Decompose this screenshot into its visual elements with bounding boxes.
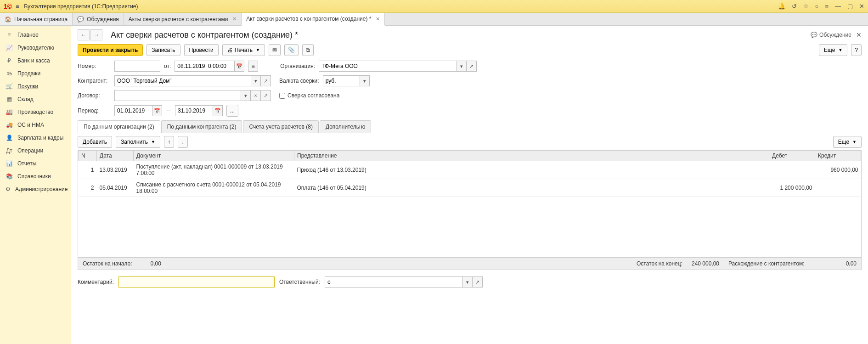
tab-close-icon[interactable]: ✕	[232, 16, 237, 22]
menu-icon: ≡	[6, 32, 13, 38]
calendar-icon[interactable]: 📅	[152, 105, 162, 116]
close-form-icon[interactable]: ✕	[856, 31, 862, 39]
post-button[interactable]: Провести	[184, 44, 219, 56]
col-doc[interactable]: Документ	[134, 151, 294, 161]
open-icon[interactable]: ↗	[467, 61, 477, 72]
balance-begin-value: 0,00	[150, 260, 161, 267]
caret-down-icon: ▼	[256, 48, 260, 52]
titlebar: 1© ≡ Бухгалтерия предприятия (1С:Предпри…	[0, 0, 868, 13]
dropdown-icon[interactable]: ▾	[251, 75, 261, 86]
comment-input[interactable]	[118, 276, 275, 288]
date-input[interactable]	[175, 61, 234, 72]
sidebar-item-os-nma[interactable]: 🚚ОС и НМА	[0, 118, 71, 131]
sidebar-label: ОС и НМА	[17, 122, 44, 128]
sverka-agreed-checkbox[interactable]	[279, 93, 285, 99]
balance-end-label: Остаток на конец:	[637, 260, 682, 267]
table-more-button[interactable]: Еще▼	[833, 136, 862, 148]
sidebar-item-purchases[interactable]: 🛒Покупки	[0, 80, 71, 93]
col-n[interactable]: N	[79, 151, 97, 161]
maximize-icon[interactable]: ▢	[847, 3, 853, 10]
org-input[interactable]	[319, 61, 457, 72]
minimize-icon[interactable]: —	[835, 3, 841, 10]
data-table[interactable]: N Дата Документ Представление Дебет Кред…	[78, 150, 862, 258]
sidebar-item-bank[interactable]: ₽Банк и касса	[0, 54, 71, 67]
discuss-label: Обсуждение	[819, 32, 851, 38]
sidebar-item-operations[interactable]: ДтОперации	[0, 144, 71, 157]
add-row-button[interactable]: Добавить	[78, 136, 112, 148]
calendar-icon[interactable]: 📅	[213, 105, 223, 116]
dropdown-icon[interactable]: ▾	[360, 75, 370, 86]
caret-down-icon: ▼	[852, 140, 857, 144]
move-down-button[interactable]: ↓	[178, 136, 188, 148]
star-icon[interactable]: ☆	[803, 3, 809, 10]
post-and-close-button[interactable]: Провести и закрыть	[78, 44, 143, 56]
attach-button[interactable]: 📎	[284, 44, 299, 56]
sidebar-item-manager[interactable]: 📈Руководителю	[0, 41, 71, 54]
sidebar-item-production[interactable]: 🏭Производство	[0, 106, 71, 118]
sidebar-item-reports[interactable]: 📊Отчеты	[0, 157, 71, 170]
dropdown-icon[interactable]: ▾	[241, 90, 251, 101]
home-icon: 🏠	[5, 16, 11, 23]
subtab-org-data[interactable]: По данным организации (2)	[78, 120, 160, 133]
tab-close-icon[interactable]: ✕	[376, 16, 380, 22]
sidebar-item-catalogs[interactable]: 📚Справочники	[0, 170, 71, 183]
print-button[interactable]: 🖨Печать▼	[222, 44, 265, 56]
sidebar-item-main[interactable]: ≡Главное	[0, 28, 71, 41]
subtab-kontragent-data[interactable]: По данным контрагента (2)	[161, 120, 242, 133]
responsible-input[interactable]	[325, 276, 462, 288]
kontragent-input[interactable]	[114, 75, 251, 86]
period-to-input[interactable]	[175, 105, 213, 116]
more-button[interactable]: Еще▼	[819, 44, 847, 56]
move-up-button[interactable]: ↑	[164, 136, 174, 148]
col-debit[interactable]: Дебет	[769, 151, 815, 161]
app-logo: 1©	[4, 3, 12, 10]
hamburger-icon[interactable]: ≡	[16, 3, 19, 10]
close-window-icon[interactable]: ✕	[859, 3, 864, 10]
history-icon[interactable]: ↺	[792, 3, 797, 10]
sidebar-label: Производство	[17, 109, 53, 115]
col-credit[interactable]: Кредит	[815, 151, 861, 161]
currency-input[interactable]	[323, 75, 360, 86]
tab-discuss[interactable]: 💬 Обсуждения	[73, 13, 124, 25]
subtab-accounts[interactable]: Счета учета расчетов (8)	[243, 120, 318, 133]
sidebar-label: Зарплата и кадры	[17, 135, 63, 141]
related-button[interactable]: ⧉	[302, 44, 314, 56]
period-from-input[interactable]	[114, 105, 152, 116]
responsible-label: Ответственный:	[279, 279, 320, 285]
sidebar-item-sales[interactable]: 🛍Продажи	[0, 67, 71, 80]
nav-forward-button[interactable]: →	[90, 29, 102, 40]
table-row[interactable]: 1 13.03.2019 Поступление (акт, накладная…	[79, 161, 861, 179]
calendar-icon[interactable]: 📅	[234, 61, 244, 72]
dropdown-icon[interactable]: ▾	[462, 276, 473, 288]
help-button[interactable]: ?	[851, 44, 862, 56]
col-date[interactable]: Дата	[97, 151, 134, 161]
col-repr[interactable]: Представление	[294, 151, 769, 161]
sidebar-item-admin[interactable]: ⚙Администрирование	[0, 183, 71, 196]
nav-back-button[interactable]: ←	[78, 29, 90, 40]
save-button[interactable]: Записать	[147, 44, 180, 56]
number-input[interactable]	[114, 61, 160, 72]
date-extra-button[interactable]: ≡	[248, 61, 258, 72]
table-row[interactable]: 2 05.04.2019 Списание с расчетного счета…	[79, 179, 861, 197]
tab-home[interactable]: 🏠 Начальная страница	[0, 13, 73, 25]
dot-icon[interactable]: ○	[815, 3, 819, 10]
open-icon[interactable]: ↗	[261, 75, 271, 86]
bell-icon[interactable]: 🔔	[778, 3, 785, 10]
dogovor-input[interactable]	[114, 90, 241, 101]
open-icon[interactable]: ↗	[473, 276, 483, 288]
sidebar-item-salary[interactable]: 👤Зарплата и кадры	[0, 131, 71, 144]
period-select-button[interactable]: ...	[226, 105, 238, 117]
open-icon[interactable]: ↗	[261, 90, 271, 101]
clear-icon[interactable]: ×	[251, 90, 261, 101]
tab-act-create[interactable]: Акт сверки расчетов с контрагентом (созд…	[242, 13, 385, 26]
dogovor-label: Договор:	[78, 92, 111, 99]
dropdown-icon[interactable]: ▾	[457, 61, 467, 72]
subtab-additional[interactable]: Дополнительно	[320, 120, 371, 133]
filter-icon[interactable]: ≡	[825, 3, 829, 10]
factory-icon: 🏭	[6, 109, 13, 115]
email-button[interactable]: ✉	[269, 44, 281, 56]
tab-acts-list[interactable]: Акты сверки расчетов с контрагентами ✕	[124, 13, 242, 25]
sidebar-item-warehouse[interactable]: ▦Склад	[0, 93, 71, 106]
discuss-link[interactable]: 💬 Обсуждение	[811, 32, 851, 38]
fill-button[interactable]: Заполнить▼	[116, 136, 160, 148]
